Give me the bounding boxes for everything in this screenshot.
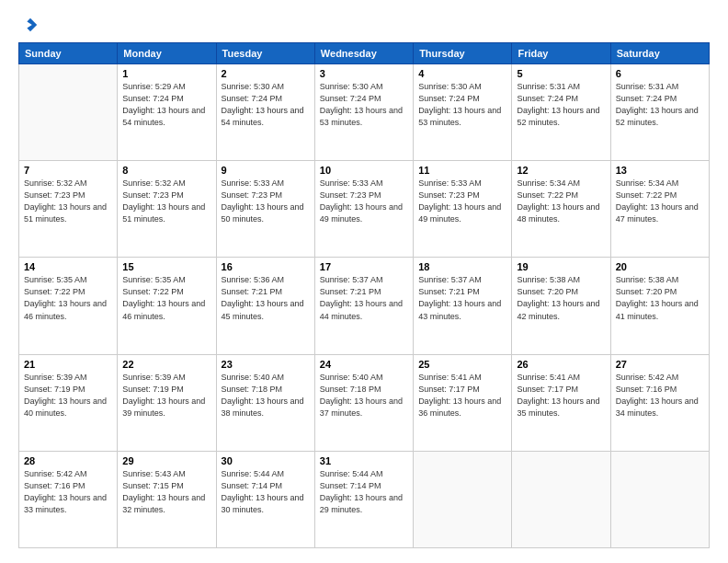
day-number: 12 [517,165,605,176]
day-info: Sunrise: 5:39 AMSunset: 7:19 PMDaylight:… [122,372,210,419]
day-number: 19 [517,261,605,272]
day-info: Sunrise: 5:44 AMSunset: 7:14 PMDaylight:… [222,468,310,516]
day-info: Sunrise: 5:34 AMSunset: 7:22 PMDaylight:… [517,178,605,225]
day-info: Sunrise: 5:32 AMSunset: 7:23 PMDaylight:… [24,178,112,225]
header [18,15,710,33]
calendar-week: 7Sunrise: 5:32 AMSunset: 7:23 PMDaylight… [19,161,710,258]
day-number: 18 [418,261,506,272]
day-info: Sunrise: 5:35 AMSunset: 7:22 PMDaylight:… [122,274,210,322]
calendar-cell: 17Sunrise: 5:37 AMSunset: 7:21 PMDayligh… [314,258,413,354]
day-number: 13 [616,165,704,176]
day-number: 20 [616,261,704,272]
weekday-header: Monday [118,43,216,64]
weekday-row: SundayMondayTuesdayWednesdayThursdayFrid… [19,43,710,64]
day-info: Sunrise: 5:36 AMSunset: 7:21 PMDaylight:… [222,274,310,322]
day-number: 30 [222,455,310,466]
day-number: 24 [320,359,408,370]
calendar-cell: 6Sunrise: 5:31 AMSunset: 7:24 PMDaylight… [610,64,709,161]
day-info: Sunrise: 5:40 AMSunset: 7:18 PMDaylight:… [320,372,408,419]
weekday-header: Friday [512,43,610,64]
day-number: 23 [222,359,310,370]
day-info: Sunrise: 5:41 AMSunset: 7:17 PMDaylight:… [418,372,506,419]
calendar-cell [512,451,610,547]
calendar-cell: 11Sunrise: 5:33 AMSunset: 7:23 PMDayligh… [414,161,512,258]
day-number: 29 [122,455,210,466]
calendar-cell: 2Sunrise: 5:30 AMSunset: 7:24 PMDaylight… [216,64,314,161]
day-info: Sunrise: 5:44 AMSunset: 7:14 PMDaylight:… [320,468,408,516]
weekday-header: Tuesday [216,43,314,64]
day-info: Sunrise: 5:34 AMSunset: 7:22 PMDaylight:… [616,178,704,225]
calendar-cell: 1Sunrise: 5:29 AMSunset: 7:24 PMDaylight… [118,64,216,161]
day-info: Sunrise: 5:31 AMSunset: 7:24 PMDaylight:… [517,81,605,129]
calendar-header: SundayMondayTuesdayWednesdayThursdayFrid… [19,43,710,64]
page: SundayMondayTuesdayWednesdayThursdayFrid… [0,0,728,563]
day-info: Sunrise: 5:37 AMSunset: 7:21 PMDaylight:… [418,274,506,322]
calendar-cell: 5Sunrise: 5:31 AMSunset: 7:24 PMDaylight… [512,64,610,161]
day-info: Sunrise: 5:42 AMSunset: 7:16 PMDaylight:… [616,372,704,419]
day-number: 5 [517,68,605,79]
day-number: 28 [24,455,112,466]
calendar-cell: 9Sunrise: 5:33 AMSunset: 7:23 PMDaylight… [216,161,314,258]
day-info: Sunrise: 5:33 AMSunset: 7:23 PMDaylight:… [222,178,310,225]
day-number: 17 [320,261,408,272]
day-info: Sunrise: 5:32 AMSunset: 7:23 PMDaylight:… [122,178,210,225]
day-number: 3 [320,68,408,79]
calendar-cell: 12Sunrise: 5:34 AMSunset: 7:22 PMDayligh… [512,161,610,258]
day-number: 14 [24,261,112,272]
calendar-week: 1Sunrise: 5:29 AMSunset: 7:24 PMDaylight… [19,64,710,161]
day-number: 25 [418,359,506,370]
weekday-header: Thursday [414,43,512,64]
day-number: 27 [616,359,704,370]
day-info: Sunrise: 5:30 AMSunset: 7:24 PMDaylight:… [320,81,408,129]
logo [18,15,39,33]
calendar: SundayMondayTuesdayWednesdayThursdayFrid… [18,42,710,548]
calendar-cell: 26Sunrise: 5:41 AMSunset: 7:17 PMDayligh… [512,354,610,451]
calendar-cell: 22Sunrise: 5:39 AMSunset: 7:19 PMDayligh… [118,354,216,451]
calendar-cell [414,451,512,547]
calendar-cell: 3Sunrise: 5:30 AMSunset: 7:24 PMDaylight… [314,64,413,161]
day-info: Sunrise: 5:33 AMSunset: 7:23 PMDaylight:… [320,178,408,225]
day-info: Sunrise: 5:37 AMSunset: 7:21 PMDaylight:… [320,274,408,322]
calendar-cell: 29Sunrise: 5:43 AMSunset: 7:15 PMDayligh… [118,451,216,547]
logo-icon [22,17,39,33]
calendar-cell: 7Sunrise: 5:32 AMSunset: 7:23 PMDaylight… [19,161,118,258]
calendar-cell: 14Sunrise: 5:35 AMSunset: 7:22 PMDayligh… [19,258,118,354]
day-number: 2 [222,68,310,79]
day-number: 21 [24,359,112,370]
calendar-cell: 19Sunrise: 5:38 AMSunset: 7:20 PMDayligh… [512,258,610,354]
weekday-header: Wednesday [314,43,413,64]
weekday-header: Sunday [19,43,118,64]
calendar-cell: 4Sunrise: 5:30 AMSunset: 7:24 PMDaylight… [414,64,512,161]
calendar-cell: 16Sunrise: 5:36 AMSunset: 7:21 PMDayligh… [216,258,314,354]
day-number: 4 [418,68,506,79]
calendar-cell: 18Sunrise: 5:37 AMSunset: 7:21 PMDayligh… [414,258,512,354]
calendar-cell: 25Sunrise: 5:41 AMSunset: 7:17 PMDayligh… [414,354,512,451]
day-info: Sunrise: 5:33 AMSunset: 7:23 PMDaylight:… [418,178,506,225]
day-info: Sunrise: 5:39 AMSunset: 7:19 PMDaylight:… [24,372,112,419]
day-number: 22 [122,359,210,370]
day-info: Sunrise: 5:35 AMSunset: 7:22 PMDaylight:… [24,274,112,322]
calendar-cell: 27Sunrise: 5:42 AMSunset: 7:16 PMDayligh… [610,354,709,451]
day-number: 6 [616,68,704,79]
day-info: Sunrise: 5:38 AMSunset: 7:20 PMDaylight:… [517,274,605,322]
day-number: 9 [222,165,310,176]
day-info: Sunrise: 5:30 AMSunset: 7:24 PMDaylight:… [222,81,310,129]
day-number: 1 [122,68,210,79]
calendar-body: 1Sunrise: 5:29 AMSunset: 7:24 PMDaylight… [19,64,710,548]
calendar-cell: 15Sunrise: 5:35 AMSunset: 7:22 PMDayligh… [118,258,216,354]
day-info: Sunrise: 5:41 AMSunset: 7:17 PMDaylight:… [517,372,605,419]
weekday-header: Saturday [610,43,709,64]
calendar-cell: 28Sunrise: 5:42 AMSunset: 7:16 PMDayligh… [19,451,118,547]
calendar-week: 28Sunrise: 5:42 AMSunset: 7:16 PMDayligh… [19,451,710,547]
day-info: Sunrise: 5:40 AMSunset: 7:18 PMDaylight:… [222,372,310,419]
day-number: 10 [320,165,408,176]
day-number: 31 [320,455,408,466]
calendar-cell: 21Sunrise: 5:39 AMSunset: 7:19 PMDayligh… [19,354,118,451]
day-info: Sunrise: 5:31 AMSunset: 7:24 PMDaylight:… [616,81,704,129]
day-number: 8 [122,165,210,176]
day-number: 11 [418,165,506,176]
calendar-cell: 31Sunrise: 5:44 AMSunset: 7:14 PMDayligh… [314,451,413,547]
day-number: 7 [24,165,112,176]
calendar-cell: 20Sunrise: 5:38 AMSunset: 7:20 PMDayligh… [610,258,709,354]
calendar-cell: 10Sunrise: 5:33 AMSunset: 7:23 PMDayligh… [314,161,413,258]
